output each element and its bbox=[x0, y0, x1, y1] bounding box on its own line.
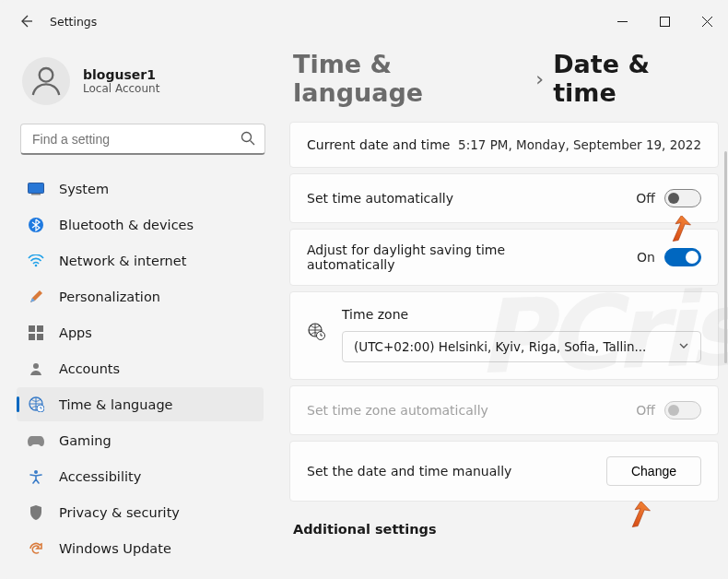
shield-icon bbox=[28, 504, 44, 521]
apps-icon bbox=[28, 325, 44, 341]
sidebar-item-label: System bbox=[59, 182, 109, 196]
timezone-label: Time zone bbox=[342, 307, 701, 322]
sidebar-item-label: Privacy & security bbox=[59, 505, 180, 520]
timezone-row: Time zone (UTC+02:00) Helsinki, Kyiv, Ri… bbox=[289, 291, 719, 380]
set-tz-auto-label: Set time zone automatically bbox=[307, 403, 488, 418]
sidebar-item-time-language[interactable]: Time & language bbox=[17, 387, 264, 421]
user-icon bbox=[28, 63, 65, 100]
current-time-row: Current date and time 5:17 PM, Monday, S… bbox=[289, 122, 719, 168]
svg-rect-0 bbox=[660, 17, 669, 26]
sidebar-item-accessibility[interactable]: Accessibility bbox=[17, 459, 264, 493]
minimize-button[interactable] bbox=[601, 0, 643, 42]
chevron-right-icon: › bbox=[535, 67, 544, 90]
sidebar-item-gaming[interactable]: Gaming bbox=[17, 423, 264, 457]
set-time-auto-toggle[interactable] bbox=[664, 189, 701, 207]
svg-rect-3 bbox=[29, 183, 44, 193]
svg-rect-10 bbox=[37, 334, 43, 340]
scrollbar[interactable] bbox=[724, 151, 727, 363]
wifi-icon bbox=[28, 253, 44, 269]
search-icon bbox=[240, 130, 256, 147]
current-time-label: Current date and time bbox=[307, 137, 450, 152]
sidebar: bloguser1 Local Account System Bluetooth… bbox=[0, 42, 276, 579]
dst-auto-toggle[interactable] bbox=[664, 248, 701, 266]
svg-point-14 bbox=[34, 470, 38, 474]
svg-rect-4 bbox=[31, 194, 41, 195]
sidebar-item-accounts[interactable]: Accounts bbox=[17, 351, 264, 385]
sidebar-item-label: Time & language bbox=[59, 397, 173, 412]
gaming-icon bbox=[28, 432, 44, 449]
chevron-down-icon bbox=[678, 339, 689, 354]
set-time-auto-row: Set time automatically Off bbox=[289, 173, 719, 223]
annotation-arrow-icon bbox=[667, 216, 693, 242]
search-wrap bbox=[20, 124, 265, 155]
main-content: PCrisk Time & language › Date & time Cur… bbox=[276, 42, 728, 579]
avatar bbox=[22, 57, 70, 105]
page-title: Date & time bbox=[553, 50, 719, 107]
update-icon bbox=[28, 540, 44, 557]
svg-point-1 bbox=[40, 68, 53, 82]
maximize-icon bbox=[660, 17, 670, 27]
svg-point-2 bbox=[242, 133, 252, 142]
title-bar: Settings bbox=[0, 0, 728, 42]
sidebar-item-network[interactable]: Network & internet bbox=[17, 243, 264, 278]
sidebar-item-apps[interactable]: Apps bbox=[17, 315, 264, 349]
user-name: bloguser1 bbox=[83, 67, 159, 82]
sidebar-item-system[interactable]: System bbox=[17, 171, 264, 206]
sidebar-item-label: Gaming bbox=[59, 433, 112, 448]
dst-auto-label: Adjust for daylight saving time automati… bbox=[307, 242, 519, 272]
sidebar-item-label: Personalization bbox=[59, 290, 160, 304]
sidebar-item-label: Bluetooth & devices bbox=[59, 218, 194, 232]
svg-rect-7 bbox=[29, 325, 35, 332]
sidebar-item-label: Network & internet bbox=[59, 254, 186, 268]
change-button[interactable]: Change bbox=[606, 456, 701, 486]
timezone-select[interactable]: (UTC+02:00) Helsinki, Kyiv, Riga, Sofia,… bbox=[342, 331, 701, 362]
set-tz-auto-row: Set time zone automatically Off bbox=[289, 385, 719, 435]
close-icon bbox=[702, 17, 712, 27]
breadcrumb: Time & language › Date & time bbox=[289, 46, 719, 122]
current-time-value: 5:17 PM, Monday, September 19, 2022 bbox=[458, 137, 701, 152]
additional-settings-heading: Additional settings bbox=[289, 507, 719, 540]
svg-point-11 bbox=[33, 363, 39, 369]
profile-block[interactable]: bloguser1 Local Account bbox=[17, 52, 269, 122]
sidebar-item-personalization[interactable]: Personalization bbox=[17, 279, 264, 313]
sidebar-item-label: Apps bbox=[59, 325, 92, 340]
accessibility-icon bbox=[28, 468, 44, 485]
sidebar-item-label: Accounts bbox=[59, 361, 120, 376]
globe-clock-icon bbox=[28, 396, 44, 413]
window-controls bbox=[601, 0, 728, 42]
close-button[interactable] bbox=[686, 0, 728, 42]
set-time-manual-row: Set the date and time manually Change bbox=[289, 441, 719, 502]
search-input[interactable] bbox=[20, 124, 265, 155]
breadcrumb-parent[interactable]: Time & language bbox=[293, 50, 526, 107]
globe-icon bbox=[307, 322, 325, 343]
sidebar-item-privacy[interactable]: Privacy & security bbox=[17, 495, 264, 529]
sidebar-item-label: Accessibility bbox=[59, 469, 141, 484]
settings-window: Settings bloguser1 Local Account bbox=[0, 0, 728, 579]
set-time-manual-label: Set the date and time manually bbox=[307, 464, 511, 479]
timezone-selected: (UTC+02:00) Helsinki, Kyiv, Riga, Sofia,… bbox=[354, 339, 646, 354]
sidebar-item-label: Windows Update bbox=[59, 541, 171, 556]
maximize-button[interactable] bbox=[643, 0, 686, 42]
window-title: Settings bbox=[50, 15, 97, 29]
dst-auto-row: Adjust for daylight saving time automati… bbox=[289, 229, 719, 286]
sidebar-nav: System Bluetooth & devices Network & int… bbox=[17, 171, 269, 565]
toggle-state-text: On bbox=[637, 250, 655, 265]
sidebar-item-bluetooth[interactable]: Bluetooth & devices bbox=[17, 207, 264, 242]
user-account-type: Local Account bbox=[83, 82, 159, 95]
bluetooth-icon bbox=[28, 217, 44, 233]
sidebar-item-windows-update[interactable]: Windows Update bbox=[17, 531, 264, 565]
annotation-arrow-icon bbox=[627, 502, 652, 527]
back-button[interactable] bbox=[17, 12, 35, 30]
monitor-icon bbox=[28, 181, 44, 197]
set-tz-auto-toggle bbox=[664, 401, 701, 419]
toggle-state-text: Off bbox=[636, 191, 655, 206]
svg-rect-9 bbox=[29, 334, 35, 340]
toggle-state-text: Off bbox=[636, 403, 655, 418]
svg-point-6 bbox=[35, 264, 38, 266]
arrow-left-icon bbox=[18, 14, 33, 29]
set-time-auto-label: Set time automatically bbox=[307, 191, 453, 206]
accounts-icon bbox=[28, 360, 44, 377]
svg-rect-8 bbox=[37, 325, 43, 332]
minimize-icon bbox=[617, 17, 628, 27]
brush-icon bbox=[28, 289, 44, 305]
